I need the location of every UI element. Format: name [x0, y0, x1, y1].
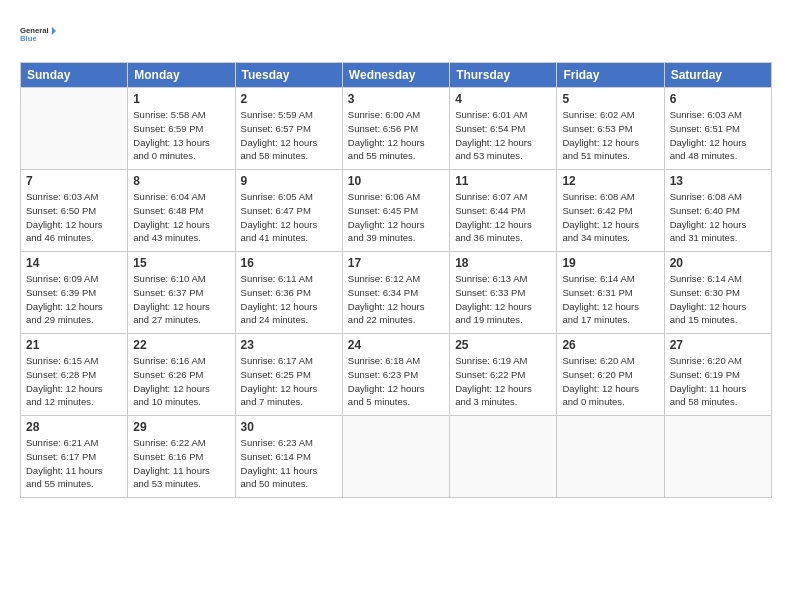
day-info: Sunrise: 6:21 AMSunset: 6:17 PMDaylight:…	[26, 436, 122, 491]
day-number: 16	[241, 256, 337, 270]
day-number: 29	[133, 420, 229, 434]
day-number: 20	[670, 256, 766, 270]
day-cell	[450, 416, 557, 498]
day-number: 17	[348, 256, 444, 270]
logo-svg: General Blue	[20, 16, 56, 52]
day-number: 21	[26, 338, 122, 352]
weekday-header-row: SundayMondayTuesdayWednesdayThursdayFrid…	[21, 63, 772, 88]
day-info: Sunrise: 6:13 AMSunset: 6:33 PMDaylight:…	[455, 272, 551, 327]
day-cell	[664, 416, 771, 498]
day-cell: 2Sunrise: 5:59 AMSunset: 6:57 PMDaylight…	[235, 88, 342, 170]
day-info: Sunrise: 6:18 AMSunset: 6:23 PMDaylight:…	[348, 354, 444, 409]
header: General Blue	[20, 16, 772, 52]
day-number: 4	[455, 92, 551, 106]
day-info: Sunrise: 5:58 AMSunset: 6:59 PMDaylight:…	[133, 108, 229, 163]
day-number: 25	[455, 338, 551, 352]
week-row-2: 7Sunrise: 6:03 AMSunset: 6:50 PMDaylight…	[21, 170, 772, 252]
day-info: Sunrise: 6:22 AMSunset: 6:16 PMDaylight:…	[133, 436, 229, 491]
svg-text:General: General	[20, 26, 49, 35]
day-cell: 14Sunrise: 6:09 AMSunset: 6:39 PMDayligh…	[21, 252, 128, 334]
day-info: Sunrise: 6:14 AMSunset: 6:31 PMDaylight:…	[562, 272, 658, 327]
day-cell: 6Sunrise: 6:03 AMSunset: 6:51 PMDaylight…	[664, 88, 771, 170]
day-number: 10	[348, 174, 444, 188]
day-cell: 27Sunrise: 6:20 AMSunset: 6:19 PMDayligh…	[664, 334, 771, 416]
svg-text:Blue: Blue	[20, 34, 37, 43]
day-cell: 22Sunrise: 6:16 AMSunset: 6:26 PMDayligh…	[128, 334, 235, 416]
day-number: 28	[26, 420, 122, 434]
day-cell	[342, 416, 449, 498]
day-cell: 4Sunrise: 6:01 AMSunset: 6:54 PMDaylight…	[450, 88, 557, 170]
day-number: 15	[133, 256, 229, 270]
day-number: 3	[348, 92, 444, 106]
weekday-header-tuesday: Tuesday	[235, 63, 342, 88]
day-cell: 7Sunrise: 6:03 AMSunset: 6:50 PMDaylight…	[21, 170, 128, 252]
day-info: Sunrise: 6:14 AMSunset: 6:30 PMDaylight:…	[670, 272, 766, 327]
day-info: Sunrise: 6:17 AMSunset: 6:25 PMDaylight:…	[241, 354, 337, 409]
weekday-header-sunday: Sunday	[21, 63, 128, 88]
week-row-4: 21Sunrise: 6:15 AMSunset: 6:28 PMDayligh…	[21, 334, 772, 416]
svg-marker-2	[52, 27, 56, 35]
day-cell: 1Sunrise: 5:58 AMSunset: 6:59 PMDaylight…	[128, 88, 235, 170]
day-cell: 18Sunrise: 6:13 AMSunset: 6:33 PMDayligh…	[450, 252, 557, 334]
day-number: 19	[562, 256, 658, 270]
day-cell: 5Sunrise: 6:02 AMSunset: 6:53 PMDaylight…	[557, 88, 664, 170]
calendar: SundayMondayTuesdayWednesdayThursdayFrid…	[20, 62, 772, 498]
day-info: Sunrise: 6:16 AMSunset: 6:26 PMDaylight:…	[133, 354, 229, 409]
day-info: Sunrise: 6:11 AMSunset: 6:36 PMDaylight:…	[241, 272, 337, 327]
day-cell: 29Sunrise: 6:22 AMSunset: 6:16 PMDayligh…	[128, 416, 235, 498]
day-info: Sunrise: 6:20 AMSunset: 6:20 PMDaylight:…	[562, 354, 658, 409]
day-info: Sunrise: 6:15 AMSunset: 6:28 PMDaylight:…	[26, 354, 122, 409]
day-number: 1	[133, 92, 229, 106]
day-cell: 23Sunrise: 6:17 AMSunset: 6:25 PMDayligh…	[235, 334, 342, 416]
day-cell: 9Sunrise: 6:05 AMSunset: 6:47 PMDaylight…	[235, 170, 342, 252]
day-number: 2	[241, 92, 337, 106]
weekday-header-wednesday: Wednesday	[342, 63, 449, 88]
day-number: 18	[455, 256, 551, 270]
day-cell: 8Sunrise: 6:04 AMSunset: 6:48 PMDaylight…	[128, 170, 235, 252]
day-number: 11	[455, 174, 551, 188]
day-number: 9	[241, 174, 337, 188]
day-cell: 13Sunrise: 6:08 AMSunset: 6:40 PMDayligh…	[664, 170, 771, 252]
weekday-header-thursday: Thursday	[450, 63, 557, 88]
day-cell: 24Sunrise: 6:18 AMSunset: 6:23 PMDayligh…	[342, 334, 449, 416]
day-number: 14	[26, 256, 122, 270]
day-number: 27	[670, 338, 766, 352]
day-cell: 15Sunrise: 6:10 AMSunset: 6:37 PMDayligh…	[128, 252, 235, 334]
day-cell: 16Sunrise: 6:11 AMSunset: 6:36 PMDayligh…	[235, 252, 342, 334]
day-info: Sunrise: 6:04 AMSunset: 6:48 PMDaylight:…	[133, 190, 229, 245]
day-number: 6	[670, 92, 766, 106]
day-info: Sunrise: 6:01 AMSunset: 6:54 PMDaylight:…	[455, 108, 551, 163]
day-info: Sunrise: 6:20 AMSunset: 6:19 PMDaylight:…	[670, 354, 766, 409]
day-info: Sunrise: 6:02 AMSunset: 6:53 PMDaylight:…	[562, 108, 658, 163]
week-row-1: 1Sunrise: 5:58 AMSunset: 6:59 PMDaylight…	[21, 88, 772, 170]
day-number: 5	[562, 92, 658, 106]
day-number: 30	[241, 420, 337, 434]
day-number: 12	[562, 174, 658, 188]
day-cell: 17Sunrise: 6:12 AMSunset: 6:34 PMDayligh…	[342, 252, 449, 334]
day-info: Sunrise: 6:03 AMSunset: 6:50 PMDaylight:…	[26, 190, 122, 245]
day-cell: 10Sunrise: 6:06 AMSunset: 6:45 PMDayligh…	[342, 170, 449, 252]
day-info: Sunrise: 6:19 AMSunset: 6:22 PMDaylight:…	[455, 354, 551, 409]
day-cell: 28Sunrise: 6:21 AMSunset: 6:17 PMDayligh…	[21, 416, 128, 498]
page: General Blue SundayMondayTuesdayWednesda…	[0, 0, 792, 508]
day-info: Sunrise: 6:08 AMSunset: 6:42 PMDaylight:…	[562, 190, 658, 245]
day-info: Sunrise: 6:03 AMSunset: 6:51 PMDaylight:…	[670, 108, 766, 163]
weekday-header-friday: Friday	[557, 63, 664, 88]
day-cell: 19Sunrise: 6:14 AMSunset: 6:31 PMDayligh…	[557, 252, 664, 334]
day-number: 13	[670, 174, 766, 188]
day-info: Sunrise: 6:07 AMSunset: 6:44 PMDaylight:…	[455, 190, 551, 245]
day-number: 26	[562, 338, 658, 352]
weekday-header-monday: Monday	[128, 63, 235, 88]
day-cell	[21, 88, 128, 170]
day-number: 22	[133, 338, 229, 352]
day-number: 7	[26, 174, 122, 188]
day-info: Sunrise: 6:00 AMSunset: 6:56 PMDaylight:…	[348, 108, 444, 163]
logo: General Blue	[20, 16, 56, 52]
day-info: Sunrise: 6:05 AMSunset: 6:47 PMDaylight:…	[241, 190, 337, 245]
day-info: Sunrise: 6:23 AMSunset: 6:14 PMDaylight:…	[241, 436, 337, 491]
day-cell: 25Sunrise: 6:19 AMSunset: 6:22 PMDayligh…	[450, 334, 557, 416]
week-row-3: 14Sunrise: 6:09 AMSunset: 6:39 PMDayligh…	[21, 252, 772, 334]
week-row-5: 28Sunrise: 6:21 AMSunset: 6:17 PMDayligh…	[21, 416, 772, 498]
day-info: Sunrise: 5:59 AMSunset: 6:57 PMDaylight:…	[241, 108, 337, 163]
day-cell: 11Sunrise: 6:07 AMSunset: 6:44 PMDayligh…	[450, 170, 557, 252]
